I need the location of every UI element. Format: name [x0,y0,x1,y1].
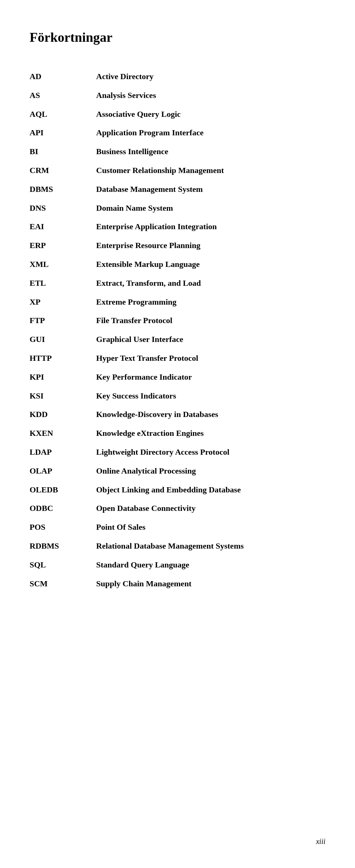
list-item: GUIGraphical User Interface [30,330,325,349]
page-title: Förkortningar [30,30,325,45]
abbreviation-abbr: SCM [30,574,96,593]
abbreviation-full: Database Management System [96,180,325,199]
abbreviation-abbr: AD [30,67,96,86]
list-item: FTPFile Transfer Protocol [30,311,325,330]
list-item: ETLExtract, Transform, and Load [30,274,325,293]
list-item: KXENKnowledge eXtraction Engines [30,424,325,443]
abbreviation-abbr: AS [30,86,96,105]
abbreviation-abbr: LDAP [30,443,96,462]
abbreviation-abbr: KSI [30,387,96,406]
list-item: XMLExtensible Markup Language [30,255,325,274]
abbreviation-full: Active Directory [96,67,325,86]
list-item: ERPEnterprise Resource Planning [30,236,325,255]
abbreviation-full: Enterprise Application Integration [96,217,325,236]
abbreviation-table: ADActive DirectoryASAnalysis ServicesAQL… [30,67,325,593]
abbreviation-abbr: SQL [30,556,96,574]
abbreviation-full: Enterprise Resource Planning [96,236,325,255]
list-item: DBMSDatabase Management System [30,180,325,199]
abbreviation-full: Analysis Services [96,86,325,105]
abbreviation-full: Key Success Indicators [96,387,325,406]
abbreviation-abbr: HTTP [30,349,96,368]
abbreviation-abbr: POS [30,518,96,537]
list-item: EAIEnterprise Application Integration [30,217,325,236]
abbreviation-full: File Transfer Protocol [96,311,325,330]
abbreviation-full: Lightweight Directory Access Protocol [96,443,325,462]
abbreviation-abbr: ODBC [30,499,96,518]
list-item: XPExtreme Programming [30,293,325,312]
list-item: KDDKnowledge-Discovery in Databases [30,405,325,424]
abbreviation-abbr: OLAP [30,462,96,481]
abbreviation-full: Extract, Transform, and Load [96,274,325,293]
abbreviation-full: Standard Query Language [96,556,325,574]
list-item: RDBMSRelational Database Management Syst… [30,537,325,556]
list-item: SCMSupply Chain Management [30,574,325,593]
abbreviation-abbr: OLEDB [30,481,96,499]
list-item: OLEDBObject Linking and Embedding Databa… [30,481,325,499]
list-item: KSIKey Success Indicators [30,387,325,406]
abbreviation-abbr: EAI [30,217,96,236]
abbreviation-abbr: API [30,123,96,142]
abbreviation-full: Application Program Interface [96,123,325,142]
abbreviation-abbr: BI [30,142,96,161]
abbreviation-full: Object Linking and Embedding Database [96,481,325,499]
abbreviation-abbr: AQL [30,105,96,124]
abbreviation-full: Open Database Connectivity [96,499,325,518]
list-item: AQLAssociative Query Logic [30,105,325,124]
abbreviation-abbr: XML [30,255,96,274]
abbreviation-full: Supply Chain Management [96,574,325,593]
abbreviation-abbr: DBMS [30,180,96,199]
abbreviation-abbr: ERP [30,236,96,255]
list-item: BIBusiness Intelligence [30,142,325,161]
list-item: ADActive Directory [30,67,325,86]
abbreviation-abbr: DNS [30,199,96,218]
list-item: POSPoint Of Sales [30,518,325,537]
abbreviation-full: Business Intelligence [96,142,325,161]
abbreviation-full: Key Performance Indicator [96,368,325,387]
list-item: OLAPOnline Analytical Processing [30,462,325,481]
list-item: ASAnalysis Services [30,86,325,105]
abbreviation-full: Associative Query Logic [96,105,325,124]
list-item: SQLStandard Query Language [30,556,325,574]
abbreviation-full: Domain Name System [96,199,325,218]
list-item: CRMCustomer Relationship Management [30,161,325,180]
abbreviation-full: Online Analytical Processing [96,462,325,481]
list-item: HTTPHyper Text Transfer Protocol [30,349,325,368]
list-item: LDAPLightweight Directory Access Protoco… [30,443,325,462]
list-item: KPIKey Performance Indicator [30,368,325,387]
abbreviation-abbr: ETL [30,274,96,293]
abbreviation-abbr: CRM [30,161,96,180]
abbreviation-abbr: KPI [30,368,96,387]
abbreviation-full: Graphical User Interface [96,330,325,349]
page-number: xiii [316,837,325,846]
abbreviation-abbr: GUI [30,330,96,349]
abbreviation-abbr: KDD [30,405,96,424]
abbreviation-full: Knowledge eXtraction Engines [96,424,325,443]
list-item: ODBCOpen Database Connectivity [30,499,325,518]
list-item: DNSDomain Name System [30,199,325,218]
abbreviation-abbr: RDBMS [30,537,96,556]
abbreviation-abbr: KXEN [30,424,96,443]
abbreviation-full: Hyper Text Transfer Protocol [96,349,325,368]
list-item: APIApplication Program Interface [30,123,325,142]
abbreviation-abbr: FTP [30,311,96,330]
abbreviation-full: Knowledge-Discovery in Databases [96,405,325,424]
abbreviation-full: Extensible Markup Language [96,255,325,274]
abbreviation-full: Relational Database Management Systems [96,537,325,556]
abbreviation-full: Customer Relationship Management [96,161,325,180]
abbreviation-full: Extreme Programming [96,293,325,312]
abbreviation-full: Point Of Sales [96,518,325,537]
abbreviation-abbr: XP [30,293,96,312]
